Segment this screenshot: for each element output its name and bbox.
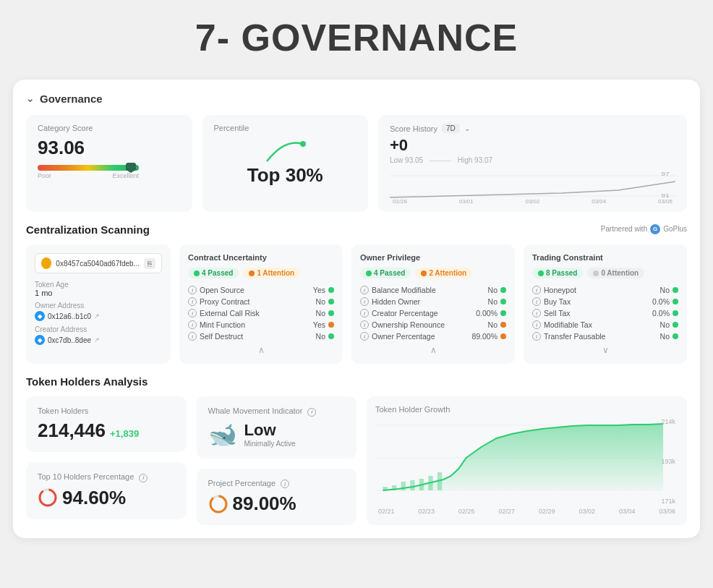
chart-x-2: 02/23 [418, 508, 435, 515]
x-label-2: 03/01 [459, 198, 474, 205]
owner-privilege-title: Owner Privilege [360, 253, 506, 262]
page-wrapper: 7- GOVERNANCE ⌄ Governance Category Scor… [0, 0, 713, 551]
chart-x-6: 03/02 [578, 508, 595, 515]
top10-value-row: 94.60% [38, 487, 175, 509]
scan-item-buy-tax: i Buy Tax 0.0% [532, 296, 678, 307]
whale-info-icon: i [307, 408, 316, 417]
scan-item-creator-pct: i Creator Percentage 0.00% [360, 307, 506, 319]
collapse-button[interactable]: ∧ [188, 345, 334, 355]
score-chart-x-labels: 02/28 03/01 03/02 03/04 03/06 [390, 198, 675, 205]
percentile-chart [263, 137, 307, 163]
owner-collapse-button[interactable]: ∧ [360, 345, 506, 355]
scan-item-owner-pct: i Owner Percentage 89.00% [360, 331, 506, 342]
owner-address-label: Owner Address [35, 302, 162, 310]
y-label-bottom: 171k [661, 498, 675, 505]
percentile-value: Top 30% [247, 164, 323, 187]
whale-label: Whale Movement Indicator i [208, 406, 346, 417]
attention-dot [593, 270, 599, 276]
scan-item-self-destruct: i Self Destruct No [188, 331, 334, 342]
metrics-row: Category Score 93.06 Poor Excellent Perc… [26, 115, 687, 212]
scan-item-mint: i Mint Function Yes [188, 319, 334, 331]
token-info-panel: 0x8457ca5040ad67fdeb... ⎘ Token Age 1 mo… [26, 244, 171, 364]
project-pct-ring-icon [208, 494, 229, 514]
chevron-down-icon-period[interactable]: ⌄ [464, 124, 470, 132]
token-icon [41, 257, 51, 269]
token-holders-label: Token Holders [38, 406, 175, 415]
top10-pct-value: 94.60% [62, 487, 126, 509]
scan-item-external-call: i External Call Risk No [188, 307, 334, 319]
chart-x-4: 02/27 [498, 508, 515, 515]
percentile-visual: Top 30% [214, 137, 357, 187]
svg-rect-15 [410, 480, 414, 490]
token-address-row[interactable]: 0x8457ca5040ad67fdeb... ⎘ [35, 253, 162, 273]
top10-holders-box: Top 10 Holders Percentage i 94.60% [26, 462, 187, 519]
project-pct-box: Project Percentage i 89.00% [197, 469, 357, 526]
score-bar-indicator [126, 163, 136, 173]
trading-constraint-panel: Trading Constraint 8 Passed 0 Attention [524, 244, 687, 364]
contract-uncertainty-badges: 4 Passed 1 Attention [188, 268, 334, 278]
goplus-name: GoPlus [663, 225, 687, 233]
category-score-label: Category Score [38, 124, 181, 132]
project-pct-value-row: 89.00% [208, 493, 346, 515]
project-pct-info-icon: i [281, 480, 289, 488]
owner-passed-badge: 4 Passed [360, 268, 411, 278]
info-icon: i [188, 320, 197, 329]
owner-privilege-panel: Owner Privilege 4 Passed 2 Attention [351, 244, 515, 364]
creator-address-row: ◆ 0xc7db..8dee ↗ [35, 335, 162, 345]
score-change: +0 [390, 136, 675, 155]
scan-item-open-source: i Open Source Yes [188, 284, 334, 296]
trading-constraint-title: Trading Constraint [532, 253, 678, 262]
svg-rect-14 [401, 482, 406, 490]
chevron-down-icon[interactable]: ⌄ [26, 93, 34, 104]
score-high: High 93.07 [458, 156, 492, 164]
status-dot [328, 322, 334, 328]
dashboard-card: ⌄ Governance Category Score 93.06 Poor E… [13, 80, 700, 538]
copy-address-button[interactable]: ⎘ [144, 258, 155, 269]
score-bar [38, 165, 139, 171]
svg-rect-13 [392, 485, 396, 490]
project-pct-value: 89.00% [233, 493, 296, 515]
passed-dot [366, 270, 372, 276]
svg-rect-12 [383, 487, 387, 490]
token-holders-value-row: 214,446 +1,839 [38, 419, 175, 442]
score-history-period[interactable]: 7D [442, 124, 460, 133]
contract-uncertainty-title: Contract Uncertainty [188, 253, 334, 262]
x-label-1: 02/28 [393, 198, 407, 205]
score-chart-area: 97 91 02/28 03/01 03/02 03/04 03/06 [390, 169, 675, 203]
chart-x-7: 03/04 [619, 508, 636, 515]
token-age-value: 1 mo [35, 289, 162, 297]
info-icon: i [188, 332, 197, 341]
project-pct-label: Project Percentage i [208, 479, 346, 489]
svg-point-6 [40, 490, 56, 506]
owner-address-value: 0x12a6..b1c0 [48, 312, 91, 320]
trading-collapse-button[interactable]: ∨ [532, 345, 678, 355]
chart-area: 214k 193k 171k [375, 418, 678, 505]
section-header: ⌄ Governance [26, 93, 687, 105]
creator-icon: ◆ [35, 335, 45, 345]
token-holder-growth-box: Token Holder Growth 214k 193k 171k [367, 396, 687, 525]
x-label-4: 03/04 [592, 198, 606, 205]
whale-level: Low [244, 421, 296, 440]
creator-ext-link-icon[interactable]: ↗ [94, 336, 100, 344]
holders-grid: Token Holders 214,446 +1,839 Top 10 Hold… [26, 396, 687, 525]
token-holders-box: Token Holders 214,446 +1,839 [26, 396, 187, 452]
info-icon: i [188, 286, 197, 294]
whale-sub: Minimally Active [244, 440, 296, 448]
chart-x-5: 02/29 [539, 508, 555, 515]
goplus-badge: Partnered with G GoPlus [601, 224, 687, 234]
whale-text: Low Minimally Active [244, 421, 296, 448]
chart-x-1: 02/21 [378, 508, 395, 515]
owner-address-row: ◆ 0x12a6..b1c0 ↗ [35, 311, 162, 321]
top10-info-icon: i [139, 474, 148, 482]
owner-icon: ◆ [35, 311, 45, 321]
token-age-label: Token Age [35, 281, 162, 289]
score-low: Low 93.05 [390, 156, 423, 164]
y-label-top: 214k [661, 418, 675, 425]
scanning-grid: 0x8457ca5040ad67fdeb... ⎘ Token Age 1 mo… [26, 244, 687, 364]
token-holders-change: +1,839 [110, 428, 139, 439]
trading-passed-badge: 8 Passed [532, 268, 583, 278]
chart-y-labels: 214k 193k 171k [661, 418, 675, 505]
scan-item-modifiable-tax: i Modifiable Tax No [532, 319, 678, 331]
svg-rect-18 [437, 472, 442, 490]
external-link-icon[interactable]: ↗ [94, 312, 100, 320]
